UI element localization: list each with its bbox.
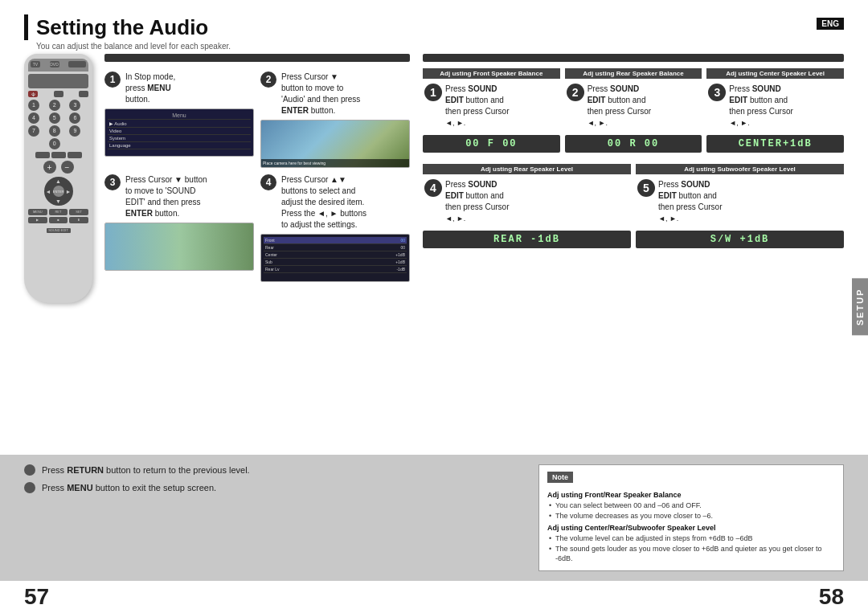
steps-row-12: 1 In Stop mode, press MENU button. Menu …: [104, 72, 410, 168]
header-left: Setting the Audio You can adjust the bal…: [24, 14, 231, 51]
step-2-text: Press Cursor ▼ button to move to 'Audio'…: [281, 72, 360, 116]
menu-item-video: Video: [108, 128, 251, 135]
remote-setup-btn[interactable]: SET: [69, 209, 88, 215]
remote-play-btn[interactable]: ▶: [28, 217, 47, 223]
remote-num-7[interactable]: 7: [28, 125, 39, 137]
note-item-1: You can select between 00 and –06 and OF…: [547, 501, 835, 511]
step-1-screen: Menu ▶ Audio Video System Language: [104, 108, 254, 157]
right-top-bar: [423, 54, 844, 62]
remote-btn-1[interactable]: TV: [31, 61, 40, 67]
section-rear-level-step: 4 Press SOUND EDIT button and then press…: [423, 178, 631, 226]
remote-num-4[interactable]: 4: [28, 112, 39, 124]
remote-vol-minus[interactable]: −: [61, 161, 74, 174]
remote-sound-edit-btn[interactable]: SOUND EDIT: [47, 228, 71, 233]
bullet-return-icon: [24, 464, 35, 476]
step-3-screen: [104, 223, 254, 271]
remote-numpad: 1 2 3 4 5 6 7 8 9 0: [28, 100, 88, 149]
page-num-right: 58: [819, 584, 844, 610]
page-container: Setting the Audio You can adjust the bal…: [0, 0, 868, 613]
remote-num-0[interactable]: 0: [49, 138, 60, 149]
step-4-header: 4 Press Cursor ▲▼ buttons to select and …: [260, 174, 410, 231]
remote-pause-btn[interactable]: ⏸: [69, 217, 88, 223]
remote-misc-3[interactable]: [68, 152, 82, 158]
remote-vol-plus[interactable]: +: [43, 161, 56, 174]
note-item-2: The volume decreases as you move closer …: [547, 511, 835, 521]
settings-row-5: Rear Lv-1dB: [264, 266, 407, 273]
page-num-left: 57: [24, 584, 49, 610]
setup-tab: SETUP: [852, 278, 868, 335]
settings-row-4: Sub+1dB: [264, 259, 407, 266]
section-center-num: 3: [708, 84, 726, 101]
remote-misc-1[interactable]: [35, 152, 50, 158]
remote-num-9[interactable]: 9: [69, 125, 80, 137]
remote-enter-btn[interactable]: ENTER: [53, 186, 64, 197]
step-3: 3 Press Cursor ▼ button to move to 'SOUN…: [104, 174, 254, 282]
eng-badge: ENG: [817, 18, 844, 30]
remote-num-2[interactable]: 2: [49, 100, 60, 111]
left-panel: TV DVD ⏻ 1 2 3 4: [24, 54, 410, 455]
step-2-num: 2: [260, 72, 276, 88]
menu-item-title: Menu: [108, 112, 251, 120]
section-rear-balance-step: 2 Press SOUND EDIT button and then press…: [565, 82, 702, 130]
step-3-header: 3 Press Cursor ▼ button to move to 'SOUN…: [104, 174, 254, 219]
section-rear-balance-num: 2: [567, 84, 584, 101]
section-rear-level-label: Adj usting Rear Speaker Level: [423, 164, 631, 174]
section-front-label: Adj usting Front Speaker Balance: [423, 68, 560, 79]
remote-num-8[interactable]: 8: [49, 125, 60, 137]
remote-misc-2[interactable]: [51, 152, 66, 158]
step-4-num: 4: [260, 174, 276, 190]
remote-stop-btn[interactable]: ■: [49, 217, 68, 223]
note-section1-title: Adj usting Front/Rear Speaker Balance: [547, 491, 835, 499]
remote-num-btn2[interactable]: [79, 91, 88, 97]
remote-nav-circle[interactable]: ▲ ▼ ◄ ► ENTER: [44, 177, 73, 206]
remote-num-5[interactable]: 5: [49, 112, 60, 124]
section-sub-text: Press SOUND EDIT button and then press C…: [658, 179, 722, 224]
step-3-num: 3: [104, 174, 121, 190]
remote-num-btn[interactable]: [54, 91, 63, 97]
remote-nav: ▲ ▼ ◄ ► ENTER: [28, 177, 88, 206]
page-numbers: 57 58: [0, 581, 868, 613]
section-sub-num: 5: [637, 179, 655, 197]
section-front-text: Press SOUND EDIT button and then press C…: [445, 84, 509, 129]
remote-power[interactable]: ⏻: [28, 91, 38, 97]
display-rear-level: REAR -1dB: [423, 231, 631, 248]
section-rear-level-num: 4: [424, 179, 442, 197]
steps-row-34: 3 Press Cursor ▼ button to move to 'SOUN…: [104, 174, 410, 282]
section-front-num: 1: [424, 84, 442, 101]
steps-panel: 1 In Stop mode, press MENU button. Menu …: [104, 54, 410, 455]
remote-menu-btn[interactable]: MENU: [28, 209, 47, 215]
remote-num-1[interactable]: 1: [28, 100, 39, 111]
note-header: Note: [547, 472, 573, 483]
remote-control: TV DVD ⏻ 1 2 3 4: [24, 54, 92, 303]
section-center-label: Adj usting Center Speaker Level: [706, 68, 844, 79]
page-title: Setting the Audio: [24, 14, 231, 40]
section-center: Adj usting Center Speaker Level 3 Press …: [706, 68, 844, 154]
remote-btn-3[interactable]: [68, 61, 86, 67]
step-4-screen: Front00 Rear00 Center+1dB Sub+1dB Rear L…: [260, 234, 410, 282]
right-columns-top: Adj usting Front Speaker Balance 1 Press…: [423, 68, 844, 154]
remote-btn-2[interactable]: DVD: [50, 61, 59, 67]
section-sub-step: 5 Press SOUND EDIT button and then press…: [636, 178, 844, 226]
step-2-header: 2 Press Cursor ▼ button to move to 'Audi…: [260, 72, 410, 116]
step-1-num: 1: [104, 72, 121, 88]
bottom-left: Press RETURN button to return to the pre…: [24, 464, 522, 493]
remote-num-3[interactable]: 3: [69, 100, 80, 111]
step-2: 2 Press Cursor ▼ button to move to 'Audi…: [260, 72, 410, 168]
section-center-text: Press SOUND EDIT button and then press C…: [729, 84, 792, 129]
remote-return-btn[interactable]: RET: [49, 209, 68, 215]
section-rear-level-text: Press SOUND EDIT button and then press C…: [445, 179, 509, 224]
step-4-text: Press Cursor ▲▼ buttons to select and ad…: [281, 174, 366, 231]
step-4: 4 Press Cursor ▲▼ buttons to select and …: [260, 174, 410, 282]
step-1: 1 In Stop mode, press MENU button. Menu …: [104, 72, 254, 168]
page-title-text: Setting the Audio: [36, 15, 208, 40]
instruction-menu-text: Press MENU button to exit the setup scre…: [42, 483, 216, 492]
instruction-return: Press RETURN button to return to the pre…: [24, 464, 522, 476]
menu-item-system: System: [108, 135, 251, 142]
settings-row-3: Center+1dB: [264, 251, 407, 259]
subtitle: You can adjust the balance and level for…: [36, 42, 231, 51]
settings-row-1: Front00: [264, 237, 407, 244]
bottom-area: Press RETURN button to return to the pre…: [0, 455, 868, 581]
remote-num-6[interactable]: 6: [69, 112, 80, 124]
settings-row-2: Rear00: [264, 244, 407, 251]
section-sub: Adj usting Subwoofer Speaker Level 5 Pre…: [636, 164, 844, 250]
